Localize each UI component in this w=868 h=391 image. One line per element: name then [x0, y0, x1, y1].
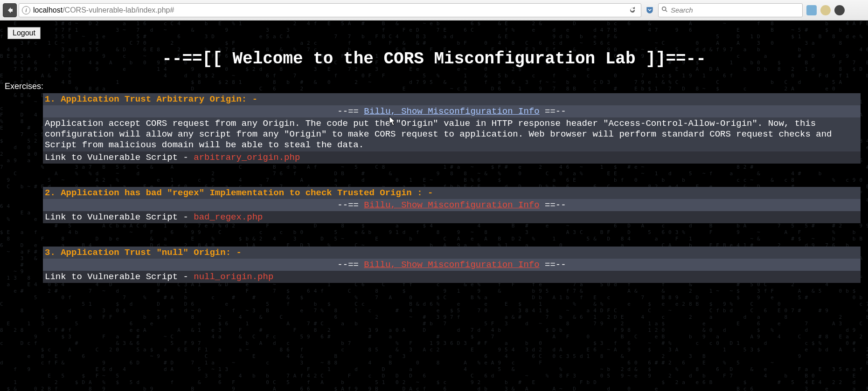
vulnerable-link-row: Link to Vulnerable Script - bad_regex.ph… — [43, 211, 861, 223]
page-body: E 3#d~ D2 a 16 cC4 b E %1 2 4f E 5A # B … — [0, 21, 868, 391]
exercise-header: 2. Application has bad "regex" Implement… — [43, 187, 861, 199]
logout-button[interactable]: Logout — [7, 27, 41, 39]
toolbar-extras — [805, 3, 865, 17]
vulnerable-script-link[interactable]: null_origin.php — [194, 272, 273, 282]
url-bar[interactable]: i localhost/CORS-vulnerable-lab/index.ph… — [19, 3, 641, 17]
arrow-left-icon — [6, 7, 14, 14]
vulnerable-link-row: Link to Vulnerable Script - arbitrary_or… — [43, 151, 861, 164]
site-info-icon[interactable]: i — [22, 6, 30, 14]
exercise-header: 3. Application Trust "null" Origin: - — [43, 247, 861, 259]
billu-row: --== Billu, Show Misconfiguration Info =… — [43, 199, 861, 211]
back-button[interactable] — [3, 3, 17, 17]
search-icon — [661, 6, 668, 14]
billu-toggle-link[interactable]: Billu, Show Misconfiguration Info — [364, 260, 539, 270]
pocket-icon — [645, 6, 654, 15]
reload-button[interactable] — [627, 5, 638, 16]
billu-row: --== Billu, Show Misconfiguration Info =… — [43, 259, 861, 271]
exercise-description: Application accept CORS request from any… — [43, 117, 861, 151]
exercise-block: 1. Application Trust Arbitrary Origin: -… — [43, 93, 861, 164]
pocket-button[interactable] — [643, 4, 656, 17]
url-text: localhost/CORS-vulnerable-lab/index.php# — [33, 6, 624, 14]
extension-icon-menu[interactable] — [834, 5, 845, 15]
browser-toolbar: i localhost/CORS-vulnerable-lab/index.ph… — [0, 0, 868, 21]
billu-row: --== Billu, Show Misconfiguration Info =… — [43, 105, 861, 117]
vulnerable-script-link[interactable]: bad_regex.php — [194, 212, 263, 222]
extension-icon-misc[interactable] — [820, 5, 831, 15]
svg-line-1 — [666, 10, 667, 12]
vulnerable-script-link[interactable]: arbitrary_origin.php — [194, 152, 300, 163]
extension-icon-download[interactable] — [806, 5, 817, 15]
search-bar[interactable] — [658, 3, 803, 17]
reload-icon — [629, 7, 636, 14]
exercise-block: 3. Application Trust "null" Origin: ---=… — [43, 247, 861, 283]
exercise-header: 1. Application Trust Arbitrary Origin: - — [43, 93, 861, 105]
exercise-block: 2. Application has bad "regex" Implement… — [43, 187, 861, 223]
page-title: --==[[ Welcome to the CORS Misconfigurat… — [4, 49, 864, 69]
vulnerable-link-row: Link to Vulnerable Script - null_origin.… — [43, 271, 861, 283]
svg-point-0 — [662, 7, 666, 10]
exercises-label: Exercises: — [5, 82, 864, 91]
billu-toggle-link[interactable]: Billu, Show Misconfiguration Info — [364, 200, 539, 210]
billu-toggle-link[interactable]: Billu, Show Misconfiguration Info — [364, 106, 539, 117]
search-input[interactable] — [671, 6, 799, 14]
